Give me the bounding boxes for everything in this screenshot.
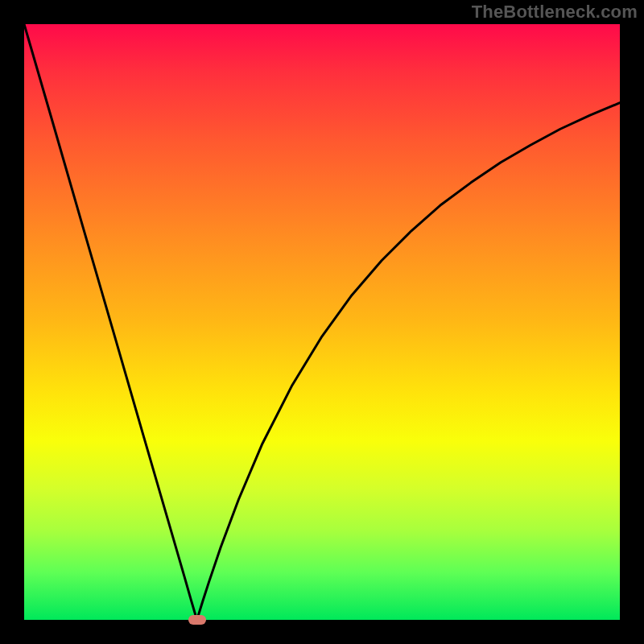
optimal-point-marker <box>188 615 206 625</box>
bottleneck-curve <box>24 24 620 620</box>
plot-area <box>24 24 620 620</box>
chart-frame: TheBottleneck.com <box>0 0 644 644</box>
watermark-text: TheBottleneck.com <box>472 2 638 23</box>
